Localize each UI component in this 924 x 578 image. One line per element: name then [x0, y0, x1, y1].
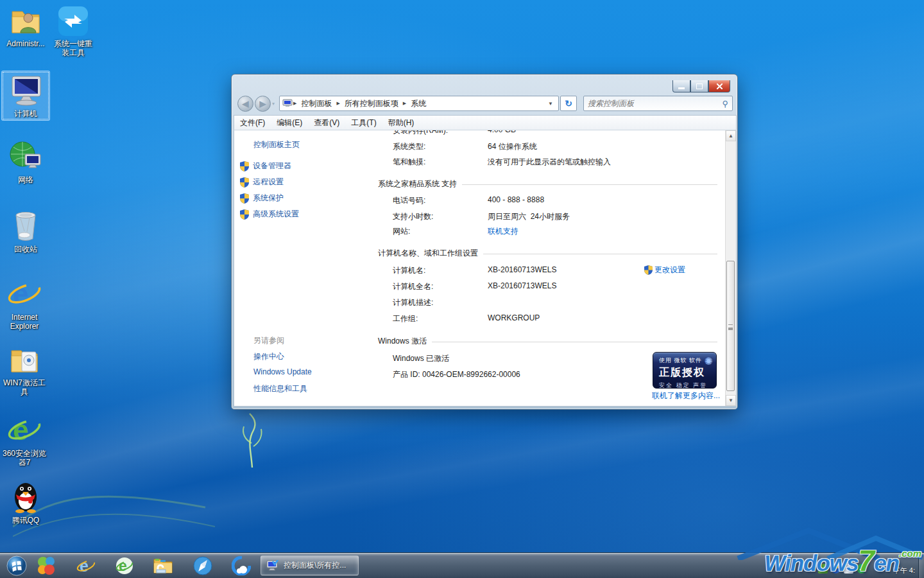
taskbar: e e: [0, 552, 924, 578]
internet-explorer-icon: e: [0, 277, 49, 311]
change-settings-link[interactable]: 更改设置: [654, 265, 685, 276]
show-desktop-button[interactable]: [918, 552, 924, 578]
desktop-icon-administrator[interactable]: Administr...: [1, 4, 50, 48]
scroll-down-arrow[interactable]: ▼: [726, 395, 736, 406]
info-value: XB-20160713WELS: [488, 265, 556, 274]
menu-help[interactable]: 帮助(H): [382, 118, 420, 128]
system-control-panel-window: ◀ ▶ ▾ ▶ 控制面板 ▶ 所有控制面板项 ▶ 系统 ▼ ↻: [231, 74, 738, 410]
info-row-computer-description: 计算机描述:: [363, 297, 725, 308]
info-value: 400 - 888 - 8888: [488, 195, 544, 204]
menu-view[interactable]: 查看(V): [308, 118, 345, 128]
icon-label-line1: 系统一键重: [54, 39, 92, 48]
desktop-icon-360-browser[interactable]: e 360安全浏览器7: [0, 414, 49, 467]
desktop-icon-network[interactable]: 网络: [1, 140, 50, 184]
sidebar-item-action-center[interactable]: 操作中心: [253, 351, 284, 362]
tray-icon-white-app[interactable]: [844, 564, 853, 574]
icon-label: Administr...: [1, 39, 50, 48]
close-button[interactable]: [708, 80, 730, 92]
sidebar-item-remote-settings[interactable]: 远程设置: [240, 177, 284, 188]
breadcrumb-system[interactable]: 系统: [407, 98, 430, 109]
minimize-button[interactable]: [672, 80, 690, 92]
sidebar-item-label: 设备管理器: [253, 161, 291, 171]
icon-label-line1: Internet: [12, 313, 38, 322]
desktop-icon-internet-explorer[interactable]: e InternetExplorer: [0, 277, 49, 331]
sidebar-item-device-manager[interactable]: 设备管理器: [240, 161, 291, 171]
product-id: 产品 ID: 00426-OEM-8992662-00006: [363, 369, 520, 380]
section-computer-name: 计算机名称、域和工作组设置: [378, 248, 717, 259]
forward-button[interactable]: ▶: [255, 96, 271, 112]
change-settings[interactable]: 更改设置: [644, 265, 685, 276]
refresh-button[interactable]: ↻: [560, 96, 577, 111]
menu-tools[interactable]: 工具(T): [345, 118, 382, 128]
icon-label-line1: WIN7激活工: [3, 378, 46, 387]
sidebar-item-label: 远程设置: [253, 177, 284, 188]
info-value: 4.00 GB: [488, 130, 516, 134]
desktop-icon-computer[interactable]: 计算机: [1, 71, 50, 121]
uac-shield-icon: [240, 177, 249, 188]
sidebar-item-system-protection[interactable]: 系统保护: [240, 193, 284, 204]
info-value: WORKGROUP: [488, 313, 540, 322]
icon-label: 回收站: [1, 245, 50, 254]
tray-icon-security-shield[interactable]: [831, 564, 841, 574]
maximize-button[interactable]: [690, 80, 708, 92]
sidebar-item-label: 系统保护: [253, 193, 284, 204]
info-label: 支持小时数:: [363, 211, 488, 222]
breadcrumb-control-panel[interactable]: 控制面板: [297, 98, 336, 109]
svg-text:e: e: [13, 278, 28, 310]
clock-time: 下午 4:: [893, 566, 915, 575]
info-value: 64 位操作系统: [488, 141, 537, 152]
badge-line2: 正版授权: [659, 366, 712, 380]
info-label: 系统类型:: [363, 141, 488, 152]
user-folder-icon: [1, 4, 50, 37]
taskbar-icon-360-browser[interactable]: e: [112, 554, 137, 577]
info-value: 周日至周六 24小时服务: [488, 211, 570, 222]
sidebar-item-windows-update[interactable]: Windows Update: [253, 367, 312, 376]
desktop-icon-tencent-qq[interactable]: 腾讯QQ: [1, 480, 50, 525]
search-icon: ⚲: [722, 99, 728, 109]
address-dropdown-icon[interactable]: ▼: [545, 101, 556, 107]
search-input[interactable]: [588, 99, 722, 108]
menu-edit[interactable]: 编辑(E): [271, 118, 308, 128]
desktop-icon-win7-activation-tool[interactable]: WIN7激活工具: [0, 343, 49, 396]
online-support-link[interactable]: 联机支持: [488, 226, 518, 237]
search-box[interactable]: ⚲: [583, 96, 733, 111]
sidebar-item-advanced-system-settings[interactable]: 高级系统设置: [240, 209, 299, 220]
taskbar-icon-compass-browser[interactable]: [190, 554, 216, 577]
back-button[interactable]: ◀: [237, 96, 253, 112]
taskbar-icon-windows-explorer[interactable]: [150, 554, 176, 577]
info-row-workgroup: 工作组: WORKGROUP: [363, 313, 725, 324]
start-button[interactable]: [4, 554, 30, 577]
recent-pages-dropdown-icon[interactable]: ▾: [272, 101, 275, 107]
wallpaper-sprout-decoration: [234, 411, 273, 469]
info-row-full-computer-name: 计算机全名: XB-20160713WELS: [363, 281, 725, 292]
icon-label-line2: 装工具: [62, 48, 85, 57]
vertical-scrollbar[interactable]: ▲ ▼: [725, 130, 736, 406]
desktop: Administr... 系统一键重装工具 计算机: [0, 0, 924, 578]
scroll-up-arrow[interactable]: ▲: [726, 130, 736, 141]
desktop-icon-recycle-bin[interactable]: 回收站: [1, 209, 50, 254]
taskbar-icon-qq-browser[interactable]: [228, 554, 254, 577]
genuine-microsoft-badge[interactable]: ✺ 使用 微软 软件 正版授权 安全 稳定 声誉: [653, 352, 717, 389]
uac-shield-icon: [240, 209, 249, 220]
address-bar[interactable]: ▶ 控制面板 ▶ 所有控制面板项 ▶ 系统 ▼: [279, 96, 559, 111]
taskbar-icon-pinwheel-app[interactable]: [33, 554, 59, 577]
breadcrumb-all-items[interactable]: 所有控制面板项: [341, 98, 402, 109]
scrollbar-thumb[interactable]: [726, 261, 735, 391]
sidebar-item-control-panel-home[interactable]: 控制面板主页: [253, 139, 300, 150]
tray-icon-green-check[interactable]: ✓: [857, 564, 866, 574]
menu-file[interactable]: 文件(F): [234, 118, 271, 128]
info-row-installed-ram: 安装内存(RAM): 4.00 GB: [363, 130, 725, 136]
learn-more-online-link[interactable]: 联机了解更多内容...: [652, 390, 720, 401]
window-body: 控制面板主页 设备管理器 远程设置 系: [234, 130, 737, 407]
badge-line3: 安全 稳定 声誉: [659, 381, 712, 390]
uac-shield-icon: [240, 193, 249, 204]
taskbar-active-window-button[interactable]: 控制面板\所有控...: [261, 556, 359, 575]
taskbar-icon-internet-explorer[interactable]: e: [73, 554, 99, 577]
system-info-pane: 安装内存(RAM): 4.00 GB 系统类型: 64 位操作系统 笔和触摸: …: [363, 130, 725, 406]
svg-text:e: e: [119, 557, 127, 574]
control-panel-window-icon: [266, 560, 279, 572]
tray-icon-green-app[interactable]: [818, 564, 828, 574]
sidebar-item-performance-tools[interactable]: 性能信息和工具: [253, 383, 307, 394]
desktop-icon-system-reinstall-tool[interactable]: 系统一键重装工具: [49, 4, 98, 57]
taskbar-clock[interactable]: 下午 4:: [893, 566, 915, 575]
